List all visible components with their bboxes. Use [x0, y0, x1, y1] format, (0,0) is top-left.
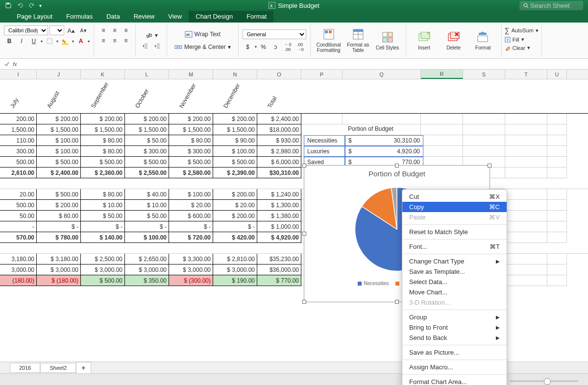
data-cell[interactable]: $ 1,000.00: [257, 221, 301, 232]
undo-icon[interactable]: [16, 1, 24, 9]
data-cell[interactable]: $18,000.00: [257, 124, 301, 135]
ribbon-tab-format[interactable]: Format: [240, 11, 273, 23]
data-cell[interactable]: 50.00: [0, 211, 37, 221]
menu-item-cut[interactable]: Cut⌘X: [402, 192, 507, 202]
data-cell[interactable]: $ 1,240.00: [257, 189, 301, 200]
data-cell[interactable]: $ 200.00: [37, 200, 81, 211]
data-cell[interactable]: $ 500.00: [81, 157, 125, 168]
border-button[interactable]: [44, 36, 55, 46]
data-cell[interactable]: $ 1,500.00: [81, 124, 125, 135]
empty-cell[interactable]: [505, 114, 547, 124]
empty-cell[interactable]: [547, 275, 567, 286]
data-cell[interactable]: $ 80.00: [81, 189, 125, 200]
data-cell[interactable]: $ 2,390.00: [213, 168, 257, 178]
data-cell[interactable]: $ 100.00: [37, 135, 81, 146]
empty-cell[interactable]: [505, 221, 547, 232]
data-cell[interactable]: $ 10.00: [81, 200, 125, 211]
empty-cell[interactable]: [547, 157, 567, 168]
data-cell[interactable]: 1,500.00: [0, 124, 37, 135]
data-cell[interactable]: $ 100.00: [169, 189, 213, 200]
data-cell[interactable]: $ 420.00: [213, 232, 257, 243]
data-cell[interactable]: $ 300.00: [125, 146, 169, 157]
menu-item-save-as-template[interactable]: Save as Template...: [402, 266, 507, 277]
data-cell[interactable]: $ 6,000.00: [257, 157, 301, 168]
font-color-button[interactable]: A: [75, 36, 86, 46]
menu-item-change-chart-type[interactable]: Change Chart Type▶: [402, 256, 507, 266]
menu-item-font[interactable]: Font...⌘T: [402, 241, 507, 252]
column-header[interactable]: L: [125, 70, 169, 79]
format-table-button[interactable]: Format as Table: [344, 25, 372, 55]
decrease-indent-icon[interactable]: [140, 41, 150, 51]
data-cell[interactable]: $ 3,000.00: [81, 265, 125, 275]
data-cell[interactable]: 2,610.00: [0, 168, 37, 178]
horizontal-scrollbar[interactable]: [500, 365, 588, 373]
data-cell[interactable]: $ 50.00: [81, 211, 125, 221]
data-cell[interactable]: $ 720.00: [169, 232, 213, 243]
data-cell[interactable]: $ 80.00: [37, 211, 81, 221]
empty-cell[interactable]: [547, 146, 567, 157]
fx-label[interactable]: fx: [13, 61, 17, 67]
data-cell[interactable]: 200.00: [0, 114, 37, 124]
empty-cell[interactable]: [547, 124, 567, 135]
data-cell[interactable]: $ 190.00: [213, 275, 257, 286]
data-cell[interactable]: 500.00: [0, 200, 37, 211]
data-cell[interactable]: $ 200.00: [213, 114, 257, 124]
data-cell[interactable]: 3,000.00: [0, 265, 37, 275]
data-cell[interactable]: $ -: [81, 221, 125, 232]
add-sheet-button[interactable]: +: [76, 362, 91, 374]
data-cell[interactable]: $ (300.00): [169, 275, 213, 286]
data-cell[interactable]: $ 780.00: [37, 232, 81, 243]
empty-cell[interactable]: [547, 168, 567, 178]
data-cell[interactable]: $ 80.00: [169, 135, 213, 146]
data-cell[interactable]: $ 4,920.00: [257, 232, 301, 243]
column-header[interactable]: O: [257, 70, 301, 79]
data-cell[interactable]: $ 500.00: [213, 157, 257, 168]
empty-cell[interactable]: [505, 200, 547, 211]
ribbon-tab-chart-design[interactable]: Chart Design: [189, 11, 240, 23]
data-cell[interactable]: $ 1,500.00: [37, 124, 81, 135]
fill-button[interactable]: Fill ▾: [505, 35, 539, 44]
data-cell[interactable]: $ 3,180.00: [37, 254, 81, 265]
data-cell[interactable]: $ -: [169, 221, 213, 232]
data-cell[interactable]: $ 2,400.00: [257, 114, 301, 124]
data-cell[interactable]: $ 350.00: [125, 275, 169, 286]
data-cell[interactable]: $ 930.00: [257, 135, 301, 146]
empty-cell[interactable]: [463, 114, 505, 124]
data-cell[interactable]: $ 20.00: [213, 200, 257, 211]
empty-cell[interactable]: [505, 189, 547, 200]
column-header[interactable]: J: [37, 70, 81, 79]
fill-color-button[interactable]: [60, 36, 71, 46]
data-cell[interactable]: $ 500.00: [81, 275, 125, 286]
menu-item-select-data[interactable]: Select Data...: [402, 277, 507, 287]
align-center-icon[interactable]: ≡: [109, 36, 120, 46]
data-cell[interactable]: $ 1,500.00: [169, 124, 213, 135]
search-input[interactable]: [530, 2, 579, 9]
menu-item-send-to-back[interactable]: Send to Back▶: [402, 333, 507, 343]
data-cell[interactable]: $ 2,810.00: [213, 254, 257, 265]
data-cell[interactable]: $ 500.00: [125, 157, 169, 168]
font-name-select[interactable]: Calibri (Body): [4, 25, 48, 35]
empty-cell[interactable]: [547, 200, 567, 211]
empty-cell[interactable]: [547, 189, 567, 200]
sheet-tab[interactable]: 2016: [10, 363, 40, 373]
data-cell[interactable]: 3,180.00: [0, 254, 37, 265]
zoom-slider[interactable]: [510, 380, 578, 382]
formula-input[interactable]: [20, 61, 584, 67]
align-top-icon[interactable]: ≡: [98, 25, 109, 35]
empty-cell[interactable]: [463, 135, 505, 146]
empty-cell[interactable]: [505, 135, 547, 146]
data-cell[interactable]: $ 200.00: [213, 211, 257, 221]
data-cell[interactable]: $ 200.00: [81, 114, 125, 124]
data-cell[interactable]: (180.00): [0, 275, 37, 286]
data-cell[interactable]: $ 2,550.00: [125, 168, 169, 178]
empty-cell[interactable]: [547, 254, 567, 265]
data-cell[interactable]: $ 200.00: [37, 114, 81, 124]
data-cell[interactable]: $ 3,000.00: [213, 265, 257, 275]
data-cell[interactable]: $ 3,000.00: [169, 265, 213, 275]
column-header[interactable]: I: [0, 70, 37, 79]
redo-icon[interactable]: [27, 1, 36, 9]
menu-item-move-chart[interactable]: Move Chart...: [402, 287, 507, 297]
ribbon-tab-data[interactable]: Data: [99, 11, 126, 23]
search-box[interactable]: [519, 1, 583, 10]
data-cell[interactable]: $ 1,380.00: [257, 211, 301, 221]
